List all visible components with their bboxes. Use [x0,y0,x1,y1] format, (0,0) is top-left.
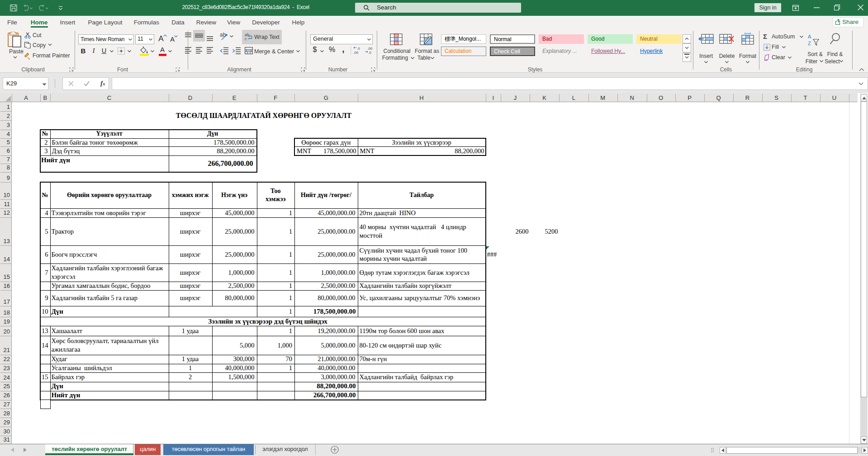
svg-text:Z: Z [808,41,811,46]
svg-text:ab: ab [220,32,226,38]
svg-text:.00: .00 [353,51,359,55]
svg-text:c: c [245,37,247,41]
svg-text:A: A [808,34,811,39]
svg-text:.00: .00 [367,47,373,51]
svg-text:.0: .0 [357,47,360,51]
svg-text:.0: .0 [368,51,371,55]
